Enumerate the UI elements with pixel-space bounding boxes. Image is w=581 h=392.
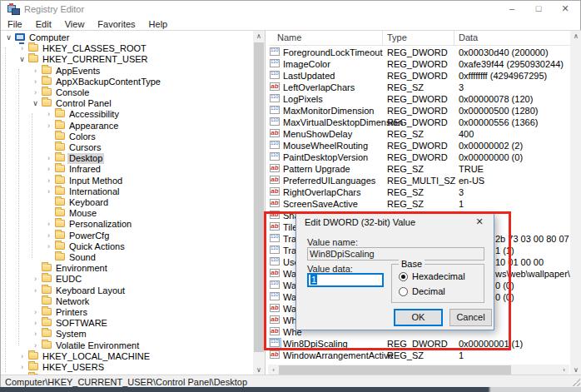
- hexadecimal-radio-row[interactable]: Hexadecimal: [399, 271, 465, 281]
- tree-item-accessibility[interactable]: ›Accessibility: [4, 109, 251, 120]
- registry-value-row[interactable]: 110 11LastUpdatedREG_DWORD0xffffffff (42…: [269, 70, 570, 82]
- chevron-right-icon[interactable]: ›: [44, 241, 53, 251]
- list-vertical-scrollbar[interactable]: ∧ ∨: [570, 31, 581, 375]
- tree-item-console[interactable]: ›Console: [4, 87, 251, 98]
- hexadecimal-radio[interactable]: [399, 272, 408, 281]
- chevron-right-icon[interactable]: ›: [17, 43, 27, 53]
- tree-item-keyboard[interactable]: Keyboard: [4, 197, 251, 208]
- tree-item-appxbackupcontenttype[interactable]: ›AppXBackupContentType: [4, 77, 251, 87]
- chevron-right-icon[interactable]: ›: [17, 351, 27, 361]
- column-divider[interactable]: [382, 31, 383, 45]
- chevron-right-icon[interactable]: ›: [44, 186, 53, 196]
- tree-item-colors[interactable]: Colors: [4, 131, 251, 142]
- chevron-right-icon[interactable]: ›: [31, 318, 40, 328]
- tree-item-mouse[interactable]: Mouse: [4, 208, 251, 219]
- chevron-down-icon[interactable]: ∨: [17, 54, 27, 64]
- tree-item-quick-actions[interactable]: ›Quick Actions: [4, 241, 251, 252]
- tree-item-cursors[interactable]: Cursors: [4, 142, 251, 153]
- menu-item-file[interactable]: File: [1, 19, 29, 29]
- registry-value-row[interactable]: abPreferredUILanguagesREG_MULTI_SZen-US: [269, 175, 570, 186]
- registry-value-row[interactable]: abMenuShowDelayREG_SZ400: [269, 128, 570, 140]
- cancel-button[interactable]: Cancel: [449, 309, 492, 326]
- menu-item-favorites[interactable]: Favorites: [91, 19, 142, 29]
- tree-item-powercfg[interactable]: ›PowerCfg: [4, 231, 251, 241]
- tree-item-volatile-environment[interactable]: ›Volatile Environment: [4, 340, 251, 351]
- chevron-right-icon[interactable]: ›: [31, 274, 40, 284]
- tree-item-appevents[interactable]: ›AppEvents: [4, 66, 251, 77]
- registry-value-row[interactable]: abWindowArrangementActiveREG_SZ1: [269, 350, 570, 361]
- chevron-down-icon[interactable]: ∨: [31, 98, 40, 108]
- hscrollbar-thumb[interactable]: [279, 365, 511, 375]
- maximize-button[interactable]: □: [525, 1, 552, 17]
- tree-item-personalization[interactable]: ›Personalization: [4, 219, 251, 230]
- chevron-right-icon[interactable]: ›: [44, 231, 53, 241]
- tree-item-hkey-local-machine[interactable]: ›HKEY_LOCAL_MACHINE: [4, 351, 251, 362]
- minimize-button[interactable]: –: [499, 1, 525, 17]
- registry-value-row[interactable]: 110 11ForegroundLockTimeoutREG_DWORD0x00…: [269, 47, 570, 58]
- menu-item-view[interactable]: View: [58, 19, 92, 29]
- resize-grip[interactable]: [573, 379, 580, 386]
- registry-value-row[interactable]: 110 11ImageColorREG_DWORD0xafe39f44 (295…: [269, 58, 570, 70]
- scroll-up-icon[interactable]: ∧: [253, 31, 265, 42]
- column-header-name[interactable]: Name: [277, 32, 301, 42]
- chevron-right-icon[interactable]: ›: [17, 362, 27, 372]
- column-header-type[interactable]: Type: [387, 32, 407, 42]
- tree-item-environment[interactable]: Environment: [4, 263, 251, 274]
- chevron-right-icon[interactable]: ›: [31, 87, 40, 97]
- chevron-right-icon[interactable]: ›: [31, 307, 40, 317]
- tree-item-network[interactable]: Network: [4, 296, 251, 307]
- chevron-right-icon[interactable]: ›: [31, 285, 40, 295]
- tree-vertical-scrollbar[interactable]: ∧ ∨: [253, 31, 265, 375]
- close-icon[interactable]: ✕: [469, 214, 490, 231]
- value-name-field[interactable]: Win8DpiScaling: [307, 247, 484, 261]
- scroll-up-icon[interactable]: ∧: [570, 31, 581, 42]
- chevron-right-icon[interactable]: ›: [44, 109, 53, 119]
- registry-value-row[interactable]: 110 11MaxVirtualDesktopDimensionREG_DWOR…: [269, 117, 570, 128]
- column-divider[interactable]: [454, 31, 454, 45]
- tree-item-keyboard-layout[interactable]: ›Keyboard Layout: [4, 285, 251, 296]
- tree-item-computer[interactable]: ∨Computer: [4, 32, 251, 43]
- tree-item-input-method[interactable]: ›Input Method: [4, 176, 251, 186]
- ok-button[interactable]: OK: [394, 309, 443, 326]
- chevron-right-icon[interactable]: ›: [44, 153, 53, 163]
- tree-item-infrared[interactable]: ›Infrared: [4, 164, 251, 175]
- tree-item-hkey-classes-root[interactable]: ›HKEY_CLASSES_ROOT: [4, 43, 251, 54]
- tree-scrollbar-thumb[interactable]: [254, 42, 264, 352]
- registry-value-row[interactable]: 110 11MaxMonitorDimensionREG_DWORD0x0000…: [269, 105, 570, 117]
- tree-item-software[interactable]: ›SOFTWARE: [4, 318, 251, 329]
- registry-value-row[interactable]: 110 11LogPixelsREG_DWORD0x00000078 (120): [269, 93, 570, 105]
- registry-value-row[interactable]: abLeftOverlapCharsREG_SZ3: [269, 82, 570, 93]
- tree-item-hkey-current-user[interactable]: ∨HKEY_CURRENT_USER: [4, 54, 251, 65]
- tree-item-system[interactable]: ›System: [4, 329, 251, 340]
- chevron-right-icon[interactable]: ›: [31, 66, 40, 76]
- chevron-right-icon[interactable]: ›: [44, 164, 53, 174]
- chevron-down-icon[interactable]: ∨: [4, 32, 13, 42]
- tree-item-hkey-users[interactable]: ›HKEY_USERS: [4, 362, 251, 373]
- menu-item-edit[interactable]: Edit: [29, 19, 58, 29]
- tree-item-international[interactable]: ›International: [4, 186, 251, 197]
- menu-item-help[interactable]: Help: [142, 19, 175, 29]
- registry-value-row[interactable]: abPattern UpgradeREG_SZTRUE: [269, 163, 570, 175]
- column-header-data[interactable]: Data: [459, 32, 478, 42]
- chevron-right-icon[interactable]: ›: [31, 77, 40, 87]
- registry-value-row[interactable]: abRightOverlapCharsREG_SZ3: [269, 186, 570, 198]
- registry-value-row[interactable]: 110 11MouseWheelRoutingREG_DWORD0x000000…: [269, 140, 570, 151]
- chevron-right-icon[interactable]: ›: [31, 340, 40, 350]
- decimal-radio-row[interactable]: Decimal: [399, 286, 445, 296]
- tree-item-printers[interactable]: ›Printers: [4, 307, 251, 318]
- tree-item-sound[interactable]: Sound: [4, 252, 251, 263]
- tree-item-eudc[interactable]: ›EUDC: [4, 274, 251, 285]
- registry-value-row[interactable]: abScreenSaveActiveREG_SZ1: [269, 198, 570, 210]
- chevron-right-icon[interactable]: ›: [44, 121, 53, 131]
- chevron-right-icon[interactable]: ›: [31, 329, 40, 339]
- chevron-right-icon[interactable]: ›: [44, 219, 53, 229]
- registry-value-row[interactable]: 110 11PaintDesktopVersionREG_DWORD0x0000…: [269, 151, 570, 163]
- tree-item-control-panel[interactable]: ∨Control Panel: [4, 98, 251, 109]
- value-data-field[interactable]: 1: [307, 273, 384, 287]
- decimal-radio[interactable]: [399, 287, 408, 296]
- chevron-right-icon[interactable]: ›: [44, 176, 53, 186]
- tree-item-desktop[interactable]: ›Desktop: [4, 153, 251, 164]
- registry-value-row[interactable]: 110 11Win8DpiScalingREG_DWORD0x00000001 …: [269, 338, 570, 350]
- close-button[interactable]: ✕: [552, 1, 579, 17]
- tree-item-appearance[interactable]: ›Appearance: [4, 121, 251, 131]
